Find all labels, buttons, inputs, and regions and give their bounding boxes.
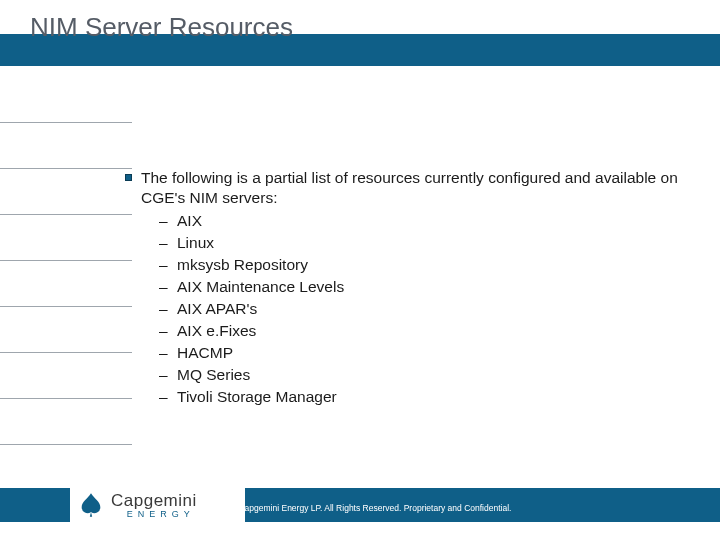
- list-item-label: Tivoli Storage Manager: [177, 388, 337, 405]
- list-item-label: mksysb Repository: [177, 256, 308, 273]
- list-item: –AIX: [159, 210, 680, 232]
- list-item: –HACMP: [159, 342, 680, 364]
- list-item: –AIX APAR's: [159, 298, 680, 320]
- dash-icon: –: [159, 210, 168, 232]
- rule-line: [0, 306, 132, 307]
- bullet-icon: [125, 174, 132, 181]
- list-item: –AIX Maintenance Levels: [159, 276, 680, 298]
- rule-line: [0, 398, 132, 399]
- resource-list: –AIX–Linux–mksysb Repository–AIX Mainten…: [159, 210, 680, 408]
- list-item: –mksysb Repository: [159, 254, 680, 276]
- list-item: –Linux: [159, 232, 680, 254]
- copyright: © 2004 Capgemini Energy LP. All Rights R…: [0, 503, 720, 513]
- left-rules: [0, 90, 132, 460]
- dash-icon: –: [159, 298, 168, 320]
- list-item-label: Linux: [177, 234, 214, 251]
- list-item-label: MQ Series: [177, 366, 250, 383]
- list-item-label: AIX Maintenance Levels: [177, 278, 344, 295]
- dash-icon: –: [159, 386, 168, 408]
- rule-line: [0, 214, 132, 215]
- rule-line: [0, 444, 132, 445]
- rule-line: [0, 122, 132, 123]
- rule-line: [0, 352, 132, 353]
- body-content: The following is a partial list of resou…: [125, 168, 680, 408]
- list-item: –Tivoli Storage Manager: [159, 386, 680, 408]
- dash-icon: –: [159, 254, 168, 276]
- list-item-label: AIX e.Fixes: [177, 322, 256, 339]
- dash-icon: –: [159, 320, 168, 342]
- list-item-label: AIX: [177, 212, 202, 229]
- rule-line: [0, 168, 132, 169]
- list-item-label: HACMP: [177, 344, 233, 361]
- slide-title: NIM Server Resources: [30, 12, 293, 43]
- list-item: –MQ Series: [159, 364, 680, 386]
- dash-icon: –: [159, 276, 168, 298]
- dash-icon: –: [159, 364, 168, 386]
- lead-text: The following is a partial list of resou…: [141, 168, 680, 208]
- list-item-label: AIX APAR's: [177, 300, 257, 317]
- list-item: –AIX e.Fixes: [159, 320, 680, 342]
- dash-icon: –: [159, 342, 168, 364]
- dash-icon: –: [159, 232, 168, 254]
- rule-line: [0, 260, 132, 261]
